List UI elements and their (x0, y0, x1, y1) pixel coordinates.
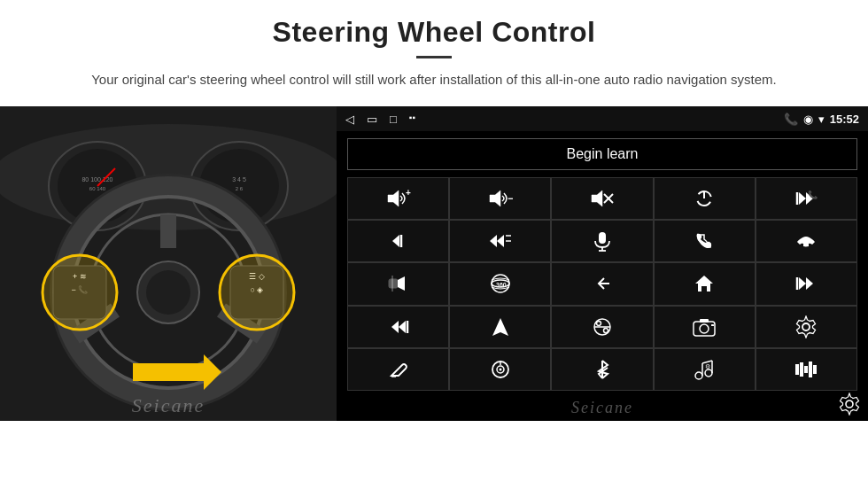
icon-grid: + − (337, 177, 868, 394)
svg-rect-88 (804, 366, 808, 373)
svg-point-27 (220, 255, 294, 330)
content-area: 80 100 120 60 140 3 4 5 2 6 (0, 106, 868, 421)
watermark-text: Seicane (571, 399, 633, 417)
svg-rect-72 (700, 319, 709, 323)
grid-cell-mute[interactable] (551, 177, 653, 220)
svg-text:+: + (406, 189, 411, 198)
svg-text:60    140: 60 140 (89, 186, 106, 191)
back-icon (592, 274, 613, 293)
music-icon: ⚙ (693, 358, 716, 381)
grid-cell-next[interactable] (347, 220, 449, 262)
svg-marker-39 (799, 192, 806, 205)
home-nav-icon[interactable]: ▭ (367, 113, 377, 126)
bluetooth-icon (593, 358, 611, 381)
360-icon: 360 (486, 272, 515, 295)
menu-nav-icon[interactable]: ▪▪ (409, 113, 415, 126)
next-icon (389, 231, 408, 251)
grid-cell-music[interactable]: ⚙ (654, 348, 756, 391)
svg-point-80 (695, 372, 702, 379)
grid-cell-camera[interactable] (654, 306, 756, 348)
camera-icon (692, 316, 717, 338)
svg-point-91 (846, 400, 853, 408)
grid-cell-audio-bars[interactable] (756, 348, 857, 391)
power-icon (694, 189, 714, 208)
begin-learn-button[interactable]: Begin learn (347, 138, 857, 170)
navigate-icon (491, 316, 510, 338)
svg-point-68 (596, 321, 601, 325)
svg-marker-53 (398, 276, 405, 291)
svg-text:−: − (508, 192, 513, 205)
begin-learn-row: Begin learn (337, 131, 868, 177)
grid-cell-phone-call[interactable] (654, 220, 756, 262)
grid-cell-ff[interactable] (449, 220, 551, 262)
home-icon (694, 273, 715, 294)
bottom-gear-icon (838, 393, 861, 416)
svg-text:Seicane: Seicane (132, 394, 205, 416)
edit-icon (389, 360, 408, 379)
svg-marker-65 (492, 318, 508, 336)
svg-point-71 (700, 324, 709, 333)
grid-cell-navigate[interactable] (449, 306, 551, 348)
end-call-icon (794, 231, 818, 251)
vol-up-icon: + (386, 189, 411, 208)
svg-point-81 (705, 369, 712, 377)
grid-cell-speaker[interactable] (347, 262, 449, 305)
svg-rect-86 (795, 364, 799, 375)
rewind-icon (794, 274, 818, 293)
grid-cell-home[interactable] (654, 262, 756, 305)
svg-text:📞: 📞 (808, 190, 818, 200)
svg-text:2      6: 2 6 (236, 186, 244, 191)
gear-button-area[interactable] (838, 393, 861, 419)
grid-cell-vol-down[interactable]: − (449, 177, 551, 220)
grid-cell-edit[interactable] (347, 348, 449, 391)
svg-marker-45 (490, 235, 497, 247)
svg-text:360: 360 (496, 282, 507, 288)
svg-rect-90 (813, 365, 817, 374)
grid-cell-settings[interactable] (756, 306, 857, 348)
svg-rect-73 (711, 324, 714, 326)
title-divider (416, 56, 452, 58)
svg-point-69 (603, 328, 608, 332)
grid-cell-eq[interactable] (551, 306, 653, 348)
control-panel: ◁ ▭ □ ▪▪ 📞 ◉ ▾ 15:52 Begin learn (337, 106, 868, 421)
grid-cell-rewind[interactable] (756, 262, 857, 305)
svg-marker-32 (490, 190, 500, 206)
svg-rect-89 (809, 362, 812, 377)
grid-cell-power[interactable] (654, 177, 756, 220)
grid-cell-skip[interactable] (347, 306, 449, 348)
grid-cell-end-call[interactable] (756, 220, 857, 262)
svg-marker-59 (799, 277, 806, 290)
recents-nav-icon[interactable]: □ (390, 113, 397, 126)
grid-cell-360[interactable]: 360 (449, 262, 551, 305)
location-icon: ◉ (803, 113, 813, 126)
grid-cell-prev-track[interactable]: 📞 (756, 177, 857, 220)
svg-marker-34 (592, 190, 602, 206)
subtitle: Your original car's steering wheel contr… (89, 69, 779, 90)
svg-text:3  4  5: 3 4 5 (232, 176, 246, 183)
ff-icon (488, 231, 513, 251)
grid-cell-mic[interactable] (551, 220, 653, 262)
svg-marker-30 (388, 190, 399, 206)
status-right: 📞 ◉ ▾ 15:52 (784, 113, 859, 126)
grid-cell-bluetooth[interactable] (551, 348, 653, 391)
nav-icons: ◁ ▭ □ ▪▪ (345, 113, 415, 126)
svg-marker-63 (399, 321, 406, 333)
status-bar: ◁ ▭ □ ▪▪ 📞 ◉ ▾ 15:52 (337, 106, 868, 131)
audio-bars-icon (794, 360, 818, 379)
vol-down-icon: − (488, 189, 513, 208)
svg-point-78 (499, 368, 501, 370)
skip-icon (386, 317, 411, 337)
page-title: Steering Wheel Control (53, 16, 815, 49)
svg-marker-43 (392, 235, 399, 247)
grid-cell-vol-up[interactable]: + (347, 177, 449, 220)
header-section: Steering Wheel Control Your original car… (0, 0, 868, 99)
steering-image: 80 100 120 60 140 3 4 5 2 6 (0, 106, 337, 421)
settings-icon (794, 315, 818, 338)
svg-marker-60 (806, 277, 813, 290)
grid-cell-knob[interactable] (449, 348, 551, 391)
svg-marker-62 (391, 321, 399, 333)
svg-marker-46 (497, 235, 504, 247)
back-nav-icon[interactable]: ◁ (345, 113, 354, 126)
svg-point-74 (802, 323, 810, 330)
grid-cell-back[interactable] (551, 262, 653, 305)
